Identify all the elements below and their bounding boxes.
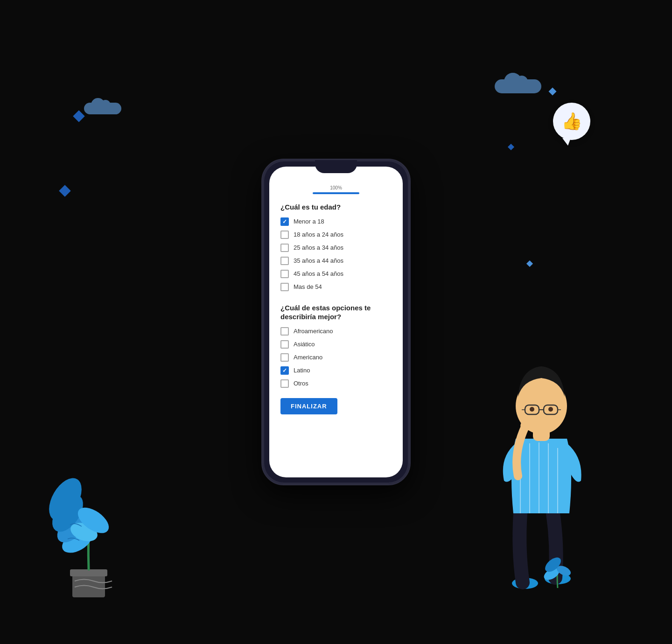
q2-option-2[interactable]: Asiático xyxy=(280,340,392,349)
q1-checkbox-4[interactable] xyxy=(280,257,289,265)
svg-point-15 xyxy=(548,407,553,412)
small-plant-right xyxy=(541,544,574,590)
q1-option-3[interactable]: 25 años a 34 años xyxy=(280,244,392,252)
section-divider xyxy=(280,296,392,303)
cloud-decoration-1 xyxy=(84,103,121,114)
q1-label-4: 35 años a 44 años xyxy=(294,257,343,264)
q1-option-5[interactable]: 45 años a 54 años xyxy=(280,270,392,278)
q2-label-5: Otros xyxy=(294,380,308,387)
q1-label-6: Mas de 54 xyxy=(294,283,322,290)
q1-checkbox-2[interactable] xyxy=(280,231,289,239)
phone-screen: 100% ¿Cuál es tu edad? Menor a 18 18 año… xyxy=(269,167,403,477)
q1-label-2: 18 años a 24 años xyxy=(294,231,343,238)
q2-checkbox-2[interactable] xyxy=(280,340,289,349)
svg-point-14 xyxy=(530,407,534,412)
thumbs-up-icon: 👍 xyxy=(561,112,582,131)
screen-content: 100% ¿Cuál es tu edad? Menor a 18 18 año… xyxy=(269,167,403,477)
sparkle-decoration-4 xyxy=(526,260,533,267)
q2-label-2: Asiático xyxy=(294,341,315,348)
q2-checkbox-5[interactable] xyxy=(280,379,289,388)
q1-checkbox-3[interactable] xyxy=(280,244,289,252)
sparkle-decoration-2 xyxy=(59,185,70,196)
q1-option-4[interactable]: 35 años a 44 años xyxy=(280,257,392,265)
phone-notch xyxy=(315,160,357,173)
q1-option-6[interactable]: Mas de 54 xyxy=(280,283,392,291)
q1-checkbox-5[interactable] xyxy=(280,270,289,278)
q1-label-3: 25 años a 34 años xyxy=(294,244,343,251)
q1-checkbox-6[interactable] xyxy=(280,283,289,291)
finalize-button[interactable]: FINALIZAR xyxy=(280,398,337,414)
q1-option-2[interactable]: 18 años a 24 años xyxy=(280,231,392,239)
q2-checkbox-1[interactable] xyxy=(280,327,289,336)
plant-illustration-left xyxy=(37,448,140,607)
progress-bar-track xyxy=(313,192,359,194)
question-1-title: ¿Cuál es tu edad? xyxy=(280,203,392,212)
phone-body: 100% ¿Cuál es tu edad? Menor a 18 18 año… xyxy=(261,159,411,485)
sparkle-decoration-1 xyxy=(73,110,84,122)
q2-option-4[interactable]: Latino xyxy=(280,366,392,375)
sparkle-decoration-5 xyxy=(549,88,557,96)
q2-label-1: Afroamericano xyxy=(294,328,333,335)
progress-bar-fill xyxy=(313,192,359,194)
cloud-decoration-2 xyxy=(495,79,541,93)
q2-option-1[interactable]: Afroamericano xyxy=(280,327,392,336)
q1-checkbox-1[interactable] xyxy=(280,217,289,226)
q2-label-4: Latino xyxy=(294,367,310,374)
progress-label: 100% xyxy=(280,185,392,190)
q2-checkbox-4[interactable] xyxy=(280,366,289,375)
q1-label-5: 45 años a 54 años xyxy=(294,270,343,277)
phone-container: 100% ¿Cuál es tu edad? Menor a 18 18 año… xyxy=(261,159,411,485)
q2-label-3: Americano xyxy=(294,354,322,361)
q1-label-1: Menor a 18 xyxy=(294,218,324,225)
q2-option-3[interactable]: Americano xyxy=(280,353,392,362)
sparkle-decoration-3 xyxy=(508,144,514,150)
speech-bubble: 👍 xyxy=(553,103,590,140)
question-2-title: ¿Cuál de estas opciones te describiría m… xyxy=(280,303,392,322)
q1-option-1[interactable]: Menor a 18 xyxy=(280,217,392,226)
progress-section: 100% xyxy=(280,185,392,194)
q2-checkbox-3[interactable] xyxy=(280,353,289,362)
q2-option-5[interactable]: Otros xyxy=(280,379,392,388)
